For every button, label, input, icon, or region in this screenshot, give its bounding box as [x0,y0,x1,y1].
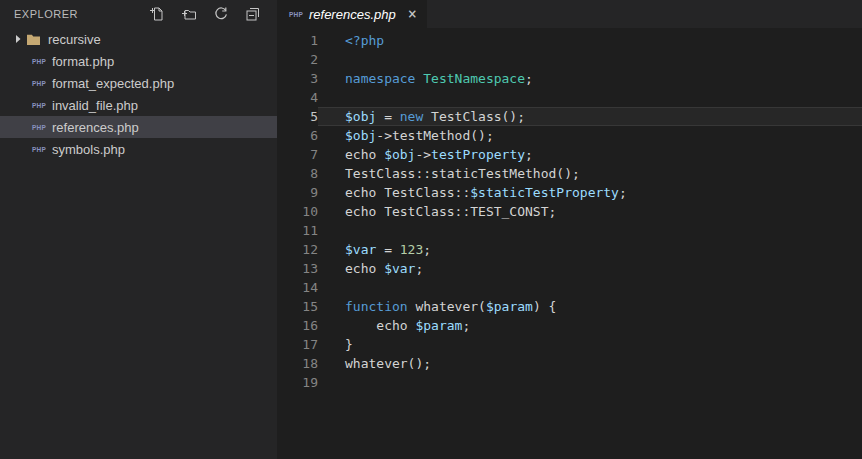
line-content [318,278,862,297]
line-content: $obj->testMethod(); [318,126,862,145]
tab-references-php[interactable]: PHP references.php × [277,0,427,28]
tree-item-label: invalid_file.php [52,98,138,113]
line-content: function whatever($param) { [318,297,862,316]
tree-item-symbols-php[interactable]: PHP symbols.php [0,138,277,160]
php-file-icon: PHP [32,80,52,87]
code-line-17[interactable]: 17} [277,335,862,354]
line-content [318,50,862,69]
code-editor[interactable]: 1<?php23namespace TestNamespace;45$obj =… [277,28,862,459]
editor-group: PHP references.php × 1<?php23namespace T… [277,0,862,459]
line-number: 19 [277,373,318,392]
php-file-icon: PHP [289,11,303,18]
code-line-12[interactable]: 12$var = 123; [277,240,862,259]
line-number: 4 [277,88,318,107]
line-content: namespace TestNamespace; [318,69,862,88]
line-content: } [318,335,862,354]
code-line-7[interactable]: 7echo $obj->testProperty; [277,145,862,164]
code-line-18[interactable]: 18whatever(); [277,354,862,373]
line-number: 9 [277,183,318,202]
new-folder-button[interactable] [181,6,197,22]
line-content [318,88,862,107]
tree-item-references-php[interactable]: PHP references.php [0,116,277,138]
php-file-icon: PHP [32,124,52,131]
line-content: <?php [318,31,862,50]
vscode-window: EXPLORER [0,0,862,459]
code-line-8[interactable]: 8TestClass::staticTestMethod(); [277,164,862,183]
explorer-header: EXPLORER [0,0,277,28]
file-tree: recursive PHP format.php PHP format_expe… [0,28,277,160]
line-number: 13 [277,259,318,278]
refresh-icon [213,6,229,22]
code-line-9[interactable]: 9echo TestClass::$staticTestProperty; [277,183,862,202]
line-content: echo $param; [318,316,862,335]
line-number: 14 [277,278,318,297]
code-line-10[interactable]: 10echo TestClass::TEST_CONST; [277,202,862,221]
explorer-title: EXPLORER [14,8,78,20]
line-number: 8 [277,164,318,183]
refresh-explorer-button[interactable] [213,6,229,22]
line-number: 1 [277,31,318,50]
line-number: 11 [277,221,318,240]
line-content: $obj = new TestClass(); [318,107,862,126]
line-number: 16 [277,316,318,335]
line-number: 12 [277,240,318,259]
php-file-icon: PHP [32,102,52,109]
line-content: TestClass::staticTestMethod(); [318,164,862,183]
line-content: $var = 123; [318,240,862,259]
tree-item-label: references.php [52,120,139,135]
new-folder-icon [181,6,197,22]
line-content: echo TestClass::$staticTestProperty; [318,183,862,202]
code-line-1[interactable]: 1<?php [277,31,862,50]
php-file-icon: PHP [32,58,52,65]
code-line-19[interactable]: 19 [277,373,862,392]
new-file-icon [149,6,165,22]
code-line-2[interactable]: 2 [277,50,862,69]
chevron-right-icon [10,31,26,47]
tree-item-invalid-file-php[interactable]: PHP invalid_file.php [0,94,277,116]
line-number: 2 [277,50,318,69]
explorer-sidebar: EXPLORER [0,0,277,459]
line-number: 10 [277,202,318,221]
line-number: 3 [277,69,318,88]
line-number: 5 [277,107,318,126]
tree-item-label: format.php [52,54,114,69]
tree-item-label: recursive [48,32,101,47]
code-line-15[interactable]: 15function whatever($param) { [277,297,862,316]
line-number: 7 [277,145,318,164]
line-content: echo $obj->testProperty; [318,145,862,164]
line-number: 15 [277,297,318,316]
code-line-14[interactable]: 14 [277,278,862,297]
code-line-5[interactable]: 5$obj = new TestClass(); [277,107,862,126]
line-content [318,221,862,240]
tree-item-format-expected-php[interactable]: PHP format_expected.php [0,72,277,94]
line-content: whatever(); [318,354,862,373]
folder-icon [26,31,42,47]
line-content [318,373,862,392]
line-content: echo $var; [318,259,862,278]
code-line-13[interactable]: 13echo $var; [277,259,862,278]
collapse-folders-button[interactable] [245,6,261,22]
tree-item-label: symbols.php [52,142,125,157]
tree-item-label: format_expected.php [52,76,174,91]
code-line-6[interactable]: 6$obj->testMethod(); [277,126,862,145]
tab-bar: PHP references.php × [277,0,862,28]
code-line-16[interactable]: 16 echo $param; [277,316,862,335]
line-number: 17 [277,335,318,354]
line-content: echo TestClass::TEST_CONST; [318,202,862,221]
line-number: 18 [277,354,318,373]
close-tab-icon[interactable]: × [408,7,417,22]
code-line-11[interactable]: 11 [277,221,862,240]
php-file-icon: PHP [32,146,52,153]
code-line-4[interactable]: 4 [277,88,862,107]
tab-label: references.php [309,7,396,22]
line-number: 6 [277,126,318,145]
new-file-button[interactable] [149,6,165,22]
tree-item-recursive[interactable]: recursive [0,28,277,50]
explorer-toolbar [149,6,261,22]
code-line-3[interactable]: 3namespace TestNamespace; [277,69,862,88]
collapse-all-icon [245,6,261,22]
tree-item-format-php[interactable]: PHP format.php [0,50,277,72]
